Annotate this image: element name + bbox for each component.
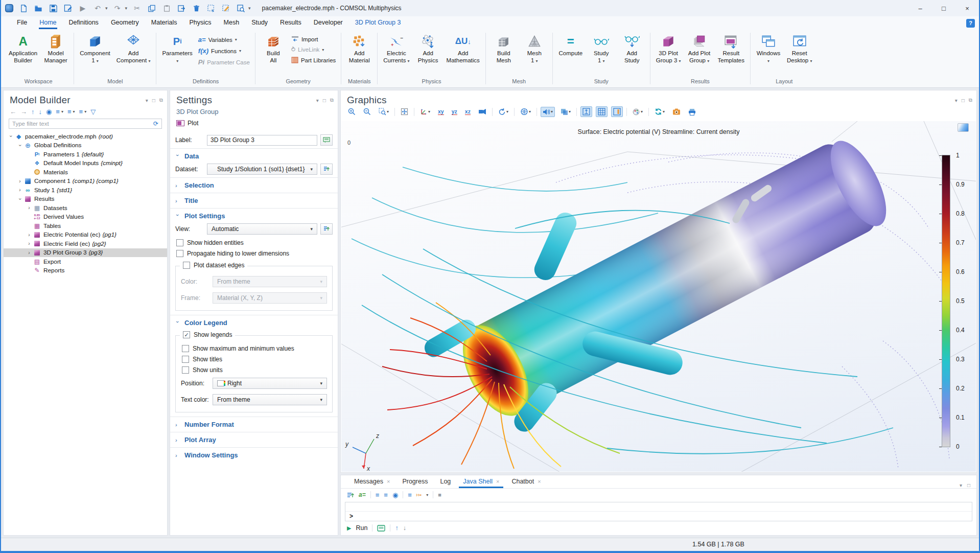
import-button[interactable]: Import [289, 35, 338, 43]
functions-button[interactable]: f(x)Functions▾ [196, 46, 252, 56]
color-palette-icon[interactable]: ▾ [631, 107, 645, 117]
scene-light-icon[interactable]: ▾ [518, 106, 533, 117]
java-shell-console[interactable]: > [345, 502, 972, 521]
tree-item-reports[interactable]: ✎ Reports [4, 266, 167, 275]
shell-settings-icon[interactable] [347, 492, 354, 498]
run-icon[interactable]: ▶ [78, 3, 88, 13]
plot-dataset-edges-checkbox[interactable] [183, 262, 190, 269]
update-icon[interactable]: ▾ [652, 106, 667, 117]
undo-icon[interactable]: ↶ [92, 3, 103, 13]
electric-currents-button[interactable]: +− ElectricCurrents ▾ [381, 32, 412, 65]
save-icon[interactable] [48, 3, 58, 13]
section-window-settings[interactable]: ›Window Settings [170, 448, 338, 463]
menu-definitions[interactable]: Definitions [63, 17, 104, 29]
variables-button[interactable]: a=Variables▾ [196, 35, 252, 44]
3d-plot-group-3-button[interactable]: 3D PlotGroup 3 ▾ [654, 32, 684, 65]
snapshot-icon[interactable] [670, 107, 683, 117]
tree-item-export[interactable]: ▤ Export [4, 257, 167, 266]
shell-stop-icon[interactable]: ■ [438, 492, 441, 498]
tree-item-parameters[interactable]: Pi Parameters 1{default} [4, 150, 167, 159]
clear-selection-icon[interactable] [221, 3, 231, 13]
save-as-icon[interactable] [63, 3, 73, 13]
show-maxmin-checkbox[interactable] [182, 345, 189, 352]
run-button[interactable]: Run [356, 524, 367, 532]
view-dropdown[interactable]: Automatic▾ [207, 223, 317, 235]
menu-study[interactable]: Study [246, 17, 273, 29]
tree-item-root[interactable]: › ◆ pacemaker_electrode.mph(root) [4, 132, 167, 141]
application-builder-button[interactable]: A ApplicationBuilder [6, 32, 40, 65]
zoom-extents-icon[interactable] [399, 106, 410, 117]
add-plot-group-button[interactable]: Add PlotGroup ▾ [685, 32, 714, 65]
move-down-icon[interactable]: ↓ [39, 108, 42, 116]
tree-item-tables[interactable]: ▦ Tables [4, 221, 167, 231]
view-goto-button[interactable] [320, 223, 333, 235]
panel-detach-icon[interactable]: □ [962, 98, 965, 103]
collapse-nodes-icon[interactable]: ≡ [67, 108, 72, 116]
build-mesh-button[interactable]: BuildMesh [489, 32, 519, 65]
qat-more-icon[interactable]: ▾ [248, 6, 251, 11]
frame-dropdown[interactable]: Material (X, Y, Z)▾ [213, 292, 327, 304]
compute-button[interactable]: = Compute [556, 32, 586, 58]
panel-menu-icon[interactable]: ▾ [955, 98, 958, 103]
tree-item-default-model-inputs[interactable]: ❖ Default Model Inputs{cminpt} [4, 159, 167, 168]
tree-item-results[interactable]: › Results [4, 195, 167, 204]
propagate-hiding-row[interactable]: Propagate hiding to lower dimensions [170, 248, 338, 259]
plot-button[interactable]: Plot [170, 117, 338, 129]
menu-materials[interactable]: Materials [146, 17, 183, 29]
mesh-1-button[interactable]: Mesh1 ▾ [520, 32, 549, 65]
menu-physics[interactable]: Physics [183, 17, 217, 29]
axes-orientation-icon[interactable] [580, 106, 592, 117]
result-templates-button[interactable]: ResultTemplates [715, 32, 747, 65]
label-comment-button[interactable] [320, 134, 333, 146]
grid-icon[interactable] [596, 106, 608, 117]
zoom-out-icon[interactable] [361, 106, 373, 117]
help-button[interactable]: ? [966, 19, 975, 28]
position-dropdown[interactable]: Right▾ [213, 378, 327, 389]
move-up-icon[interactable]: ↑ [31, 108, 35, 116]
dock-menu-icon[interactable]: ▾ [960, 482, 962, 488]
panel-menu-icon[interactable]: ▾ [316, 98, 319, 103]
zoom-in-icon[interactable] [346, 106, 358, 117]
xy-view-icon[interactable]: xy [436, 107, 446, 117]
model-manager-button[interactable]: ModelManager [41, 32, 71, 65]
copy-icon[interactable] [147, 3, 157, 13]
shell-clear-icon[interactable]: ⤠ [416, 491, 422, 499]
show-maxmin-row[interactable]: Show maximum and minimum values [176, 343, 332, 354]
show-units-checkbox[interactable] [182, 366, 189, 374]
tree-item-electric-field[interactable]: › Electric Field (ec){pg2} [4, 239, 167, 248]
sound-icon[interactable]: ▾ [541, 107, 555, 117]
show-hidden-entities-checkbox[interactable] [176, 239, 183, 246]
undo-dropdown-icon[interactable]: ▾ [105, 6, 108, 11]
parameter-case-button[interactable]: PiParameter Case [196, 57, 252, 67]
close-button[interactable]: × [955, 0, 979, 16]
minimize-button[interactable]: – [908, 0, 932, 16]
tree-item-3d-plot-group-3[interactable]: › 3D Plot Group 3{pg3} [4, 248, 167, 258]
build-all-button[interactable]: BuildAll [259, 32, 288, 65]
dock-detach-icon[interactable]: □ [967, 482, 970, 488]
edge-color-dropdown[interactable]: From theme▾ [213, 276, 327, 287]
shell-variables-icon[interactable]: a= [359, 491, 366, 498]
zoom-document-icon[interactable] [236, 3, 246, 13]
redo-dropdown-icon[interactable]: ▾ [125, 6, 128, 11]
section-number-format[interactable]: ›Number Format [170, 417, 338, 432]
show-units-row[interactable]: Show units [176, 364, 332, 375]
filter-icon[interactable]: ▽ [90, 108, 96, 116]
section-plot-array[interactable]: ›Plot Array [170, 432, 338, 447]
command-list-icon[interactable] [377, 525, 385, 532]
dataset-dropdown[interactable]: Study 1/Solution 1 (sol1) {dset1}▾ [207, 164, 317, 175]
shell-collapse-icon[interactable]: ≡ [384, 491, 388, 499]
back-icon[interactable]: ← [10, 108, 16, 116]
add-study-button[interactable]: AddStudy [617, 32, 647, 65]
livelink-button[interactable]: ⥁LiveLink▾ [289, 45, 338, 54]
rotate-icon[interactable]: ▾ [496, 106, 510, 117]
forward-icon[interactable]: → [20, 108, 27, 116]
panel-pin-icon[interactable]: ⧉ [330, 97, 334, 103]
history-next-icon[interactable]: ↓ [403, 524, 406, 532]
menu-home[interactable]: Home [34, 17, 62, 29]
tab-chatbot[interactable]: Chatbot× [506, 476, 546, 488]
tree-item-datasets[interactable]: › ▦ Datasets [4, 203, 167, 213]
add-physics-button[interactable]: AddPhysics [413, 32, 443, 65]
add-mathematics-button[interactable]: ΔU↓ AddMathematics [444, 32, 482, 65]
xz-view-icon[interactable]: xz [463, 107, 473, 117]
propagate-hiding-checkbox[interactable] [176, 250, 183, 257]
